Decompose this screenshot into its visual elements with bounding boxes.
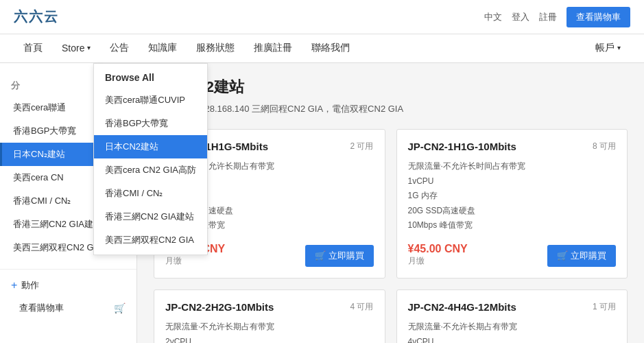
product-available-0: 2 可用 <box>350 141 373 152</box>
product-name-3: JP-CN2-4H4G-12Mbits <box>408 301 516 313</box>
buy-button-1[interactable]: 🛒 立即購買 <box>547 245 616 267</box>
view-cart-button[interactable]: 查看購物車 <box>567 7 630 27</box>
dropdown-item-6[interactable]: 美西三網双程CN2 GIA <box>94 228 207 252</box>
sidebar-divider <box>0 269 136 270</box>
plus-icon: + <box>11 279 17 292</box>
product-card-header-2: JP-CN2-2H2G-10Mbits 4 可用 <box>165 301 374 313</box>
product-name-1: JP-CN2-1H1G-10Mbits <box>408 141 516 152</box>
product-specs-3: 无限流量·不允许长期占有带宽 4vCPU 4G 内存 80G SSD高速硬盘 1… <box>408 320 617 343</box>
store-dropdown: Browse All 美西cera聯通CUVIP 香港BGP大帶寬 日本CN2建… <box>93 63 208 255</box>
product-card-3: JP-CN2-4H4G-12Mbits 1 可用 无限流量·不允许长期占有带宽 … <box>396 289 628 343</box>
nav-referral[interactable]: 推廣註冊 <box>244 34 302 62</box>
content-area: 日本CN2建站 測試IP:103.228.168.140 三網回程CN2 GIA… <box>137 63 644 343</box>
sidebar-actions-header[interactable]: + 動作 <box>0 274 136 297</box>
page-title: 日本CN2建站 <box>154 77 628 97</box>
nav-home[interactable]: 首頁 <box>14 34 52 62</box>
store-arrow-icon: ▾ <box>87 44 91 51</box>
nav-store[interactable]: Store ▾ Browse All 美西cera聯通CUVIP 香港BGP大帶… <box>52 34 100 62</box>
login-link[interactable]: 登入 <box>512 11 529 23</box>
product-specs-2: 无限流量·不允许长期占有带宽 2vCPU 2G 内存 40G SSD高速硬盘 1… <box>165 320 374 343</box>
top-bar: 六六云 中文 登入 註冊 查看購物車 <box>0 0 644 34</box>
product-card-header-3: JP-CN2-4H4G-12Mbits 1 可用 <box>408 301 617 313</box>
product-available-3: 1 可用 <box>593 301 616 313</box>
language-selector[interactable]: 中文 <box>484 11 502 23</box>
product-grid: JP-CN2-1H1G-5Mbits 2 可用 无限流量·不允许长期占有带宽 1… <box>154 129 628 343</box>
cart-icon: 🛒 <box>114 303 126 314</box>
product-footer-1: ¥45.00 CNY 月缴 🛒 立即購買 <box>408 243 617 267</box>
sidebar-action-cart[interactable]: 查看購物車 🛒 <box>0 297 136 319</box>
cart-btn-icon-1: 🛒 <box>557 250 568 261</box>
dropdown-item-5[interactable]: 香港三網CN2 GIA建站 <box>94 205 207 228</box>
nav-bar: 首頁 Store ▾ Browse All 美西cera聯通CUVIP 香港BG… <box>0 34 644 63</box>
dropdown-item-3[interactable]: 美西cera CN2 GIA高防 <box>94 158 207 182</box>
actions-label: 動作 <box>21 279 39 292</box>
dropdown-item-4[interactable]: 香港CMI / CN₂ <box>94 182 207 205</box>
nav-contact[interactable]: 聯絡我們 <box>302 34 359 62</box>
product-name-2: JP-CN2-2H2G-10Mbits <box>165 301 274 313</box>
nav-knowledge[interactable]: 知識庫 <box>139 34 187 62</box>
buy-button-0[interactable]: 🛒 立即購買 <box>305 245 374 267</box>
product-card-header-1: JP-CN2-1H1G-10Mbits 8 可用 <box>408 141 617 152</box>
dropdown-browse-all[interactable]: Browse All <box>94 67 207 88</box>
product-specs-1: 无限流量·不允许长时间占有带宽 1vCPU 1G 内存 20G SSD高速硬盘 … <box>408 159 617 233</box>
product-available-1: 8 可用 <box>593 141 616 152</box>
dropdown-item-1[interactable]: 香港BGP大帶寬 <box>94 112 207 135</box>
nav-announcement[interactable]: 公告 <box>100 34 139 62</box>
dropdown-item-0[interactable]: 美西cera聯通CUVIP <box>94 88 207 112</box>
product-card-1: JP-CN2-1H1G-10Mbits 8 可用 无限流量·不允许长时间占有带宽… <box>396 129 628 279</box>
top-right-actions: 中文 登入 註冊 查看購物車 <box>484 7 630 27</box>
product-available-2: 4 可用 <box>350 301 373 313</box>
cart-btn-icon-0: 🛒 <box>315 250 326 261</box>
product-card-2: JP-CN2-2H2G-10Mbits 4 可用 无限流量·不允许长期占有带宽 … <box>154 289 385 343</box>
logo: 六六云 <box>14 8 59 26</box>
dropdown-item-2[interactable]: 日本CN2建站 <box>94 135 207 158</box>
nav-account[interactable]: 帳戶 ▾ <box>586 34 630 62</box>
account-arrow-icon: ▾ <box>617 44 621 51</box>
register-link[interactable]: 註冊 <box>539 11 557 23</box>
nav-service-status[interactable]: 服務狀態 <box>187 34 244 62</box>
page-subtitle: 測試IP:103.228.168.140 三網回程CN2 GIA，電信双程CN2… <box>154 103 628 115</box>
product-price-1: ¥45.00 CNY 月缴 <box>408 243 468 267</box>
